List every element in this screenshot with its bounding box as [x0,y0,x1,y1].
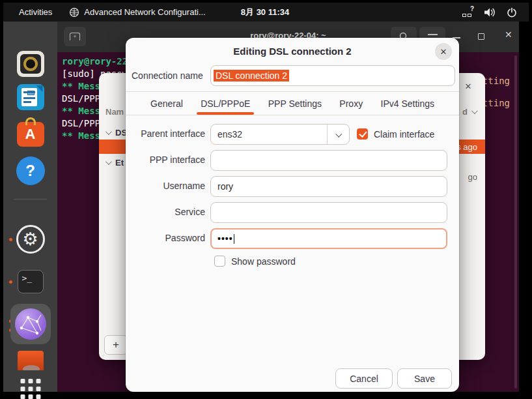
speakers-app-icon [17,51,44,77]
add-connection-button[interactable]: + [104,335,128,355]
maximize-button[interactable] [478,33,484,40]
terminal-line: ** Mess [62,106,100,116]
claim-interface-checkbox[interactable] [357,128,368,140]
dock-item-libreoffice-writer[interactable] [3,84,57,110]
parent-interface-value: ens32 [211,129,327,140]
show-password-label: Show password [231,256,296,267]
terminal-line: DSL/PPP [62,118,100,128]
service-input[interactable] [210,202,447,223]
terminal-line: rory@rory-22 [62,56,128,66]
parent-interface-combo[interactable]: ens32 [210,124,350,145]
system-status-area: ? [462,3,517,22]
settings-icon: ⚙ [16,225,45,254]
ppp-interface-label: PPP interface [150,155,205,165]
connection-name-input[interactable]: DSL connection 2 [210,65,455,86]
selected-text: DSL connection 2 [214,70,289,81]
screen: Activities Advanced Network Configurati.… [0,0,532,399]
dock-item-ubuntu-software[interactable]: A [3,122,57,147]
terminal-line: ** Mess [62,81,100,91]
claim-interface-label: Claim interface [374,129,434,140]
terminal-close-button[interactable]: ✕ [505,29,512,40]
network-config-active-background [10,304,51,344]
top-bar: Activities Advanced Network Configurati.… [3,3,529,22]
gear-glyph: ⚙ [22,231,38,248]
tab-ipv4-settings[interactable]: IPv4 Settings [377,92,439,115]
terminal-line: tting [483,76,510,86]
network-status-icon[interactable]: ? [462,7,473,18]
app-indicator[interactable]: Advanced Network Configurati... [69,7,205,18]
password-label: Password [165,233,205,243]
expander-chevron-icon [105,128,112,135]
ubuntu-software-icon: A [17,122,44,147]
dock-item-network-config[interactable] [3,304,57,344]
ppp-interface-row: PPP interface [126,150,459,171]
show-password-checkbox[interactable] [214,256,225,267]
network-indicator-icon [69,7,79,18]
parent-interface-label: Parent interface [141,128,205,139]
dock-item-orange-app[interactable] [3,351,57,370]
show-password-row: Show password [126,256,459,276]
dock-separator [14,199,47,200]
activities-button[interactable]: Activities [19,7,52,17]
tab-dsl-pppoe[interactable]: DSL/PPPoE [197,92,254,115]
show-applications-icon [20,379,40,399]
dock-item-speakers[interactable] [3,51,57,77]
clock[interactable]: 8月 30 11:34 [241,7,289,18]
service-row: Service [126,202,459,223]
username-input[interactable] [210,176,447,197]
password-dots: •••• [217,233,233,244]
software-letter: A [25,126,36,143]
help-question-glyph: ? [25,162,35,180]
password-input[interactable]: •••• [210,228,447,249]
password-row: Password •••• [126,228,459,249]
combo-dropdown-button[interactable] [327,125,349,144]
ppp-interface-input[interactable] [210,150,447,171]
username-row: Username [126,176,459,197]
running-indicator [9,280,12,284]
last-used-label: d [462,107,468,117]
tab-general[interactable]: General [147,92,187,115]
edit-connection-dialog: Editing DSL connection 2 ✕ Connection na… [126,38,459,392]
terminal-line: tting [483,98,510,108]
ethernet-group-label: Et [115,158,124,168]
sort-chevron-icon [471,108,478,114]
dialog-title: Editing DSL connection 2 [126,46,459,57]
chevron-down-icon [335,130,342,137]
terminal-scrollbar[interactable] [514,55,517,389]
network-node [468,14,471,17]
terminal-icon: >_ [18,270,44,293]
prompt-glyph: >_ [22,273,33,283]
last-used-column-header[interactable]: d [462,107,476,117]
network-node [462,14,466,17]
last-used-value: go [468,172,477,182]
expander-chevron-icon [105,158,112,165]
running-indicator [9,238,12,241]
tab-ppp-settings[interactable]: PPP Settings [264,92,326,115]
dialog-tabs: General DSL/PPPoE PPP Settings Proxy IPv… [126,91,459,115]
power-icon[interactable] [507,7,517,18]
terminal-line: DSL/PPP [62,93,100,104]
save-button[interactable]: Save [397,368,452,389]
tab-proxy[interactable]: Proxy [335,92,367,115]
parent-interface-row: Parent interface ens32 Claim interface [126,124,459,145]
service-label: Service [175,207,205,217]
network-unknown-glyph: ? [470,5,474,12]
cancel-button[interactable]: Cancel [335,368,393,389]
name-column-header[interactable]: Nam [105,107,124,117]
dialog-close-button[interactable]: ✕ [435,43,452,60]
network-config-icon [15,308,46,340]
volume-icon[interactable] [484,7,496,18]
connection-name-label: Connection name [132,70,203,81]
libreoffice-writer-icon [17,84,44,110]
app-indicator-label: Advanced Network Configurati... [84,7,205,17]
last-used-value: s ago [456,142,477,152]
orange-app-icon [18,351,44,370]
text-cursor [234,234,234,244]
help-icon: ? [16,156,45,185]
username-label: Username [163,181,205,191]
network-window-close-button[interactable]: ✕ [460,78,476,94]
dock: A ? ⚙ >_ [3,22,57,392]
terminal-line: ** Mess [62,130,100,141]
